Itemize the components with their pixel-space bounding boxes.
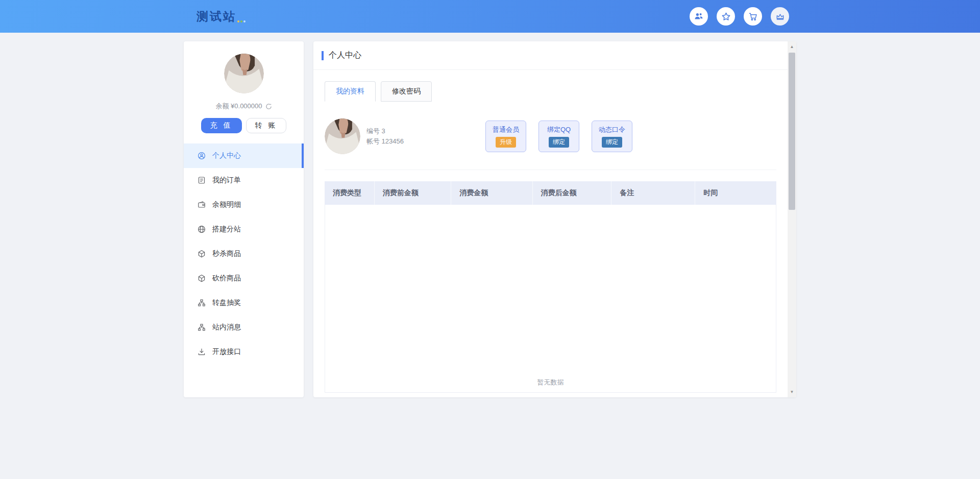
otp-card: 动态口令 绑定 [592,121,632,152]
transfer-button[interactable]: 转 账 [246,118,287,133]
col-consume-type: 消费类型 [325,181,374,205]
site-logo-text: 测试站 [197,9,236,25]
member-level-title: 普通会员 [493,125,519,134]
bind-qq-card: 绑定QQ 绑定 [538,121,579,152]
scrollbar-thumb[interactable] [789,53,795,210]
recharge-button[interactable]: 充 值 [201,118,242,133]
bind-card-group: 普通会员 升级 绑定QQ 绑定 动态口令 绑定 [485,121,632,152]
sitemap-icon [198,299,206,307]
sidebar: 余额 ¥0.000000 充 值 转 账 个人中心 [184,41,304,397]
col-before-amount: 消费前金额 [374,181,451,205]
cart-icon[interactable] [744,7,762,26]
site-logo[interactable]: 测试站 [197,9,246,25]
section-divider [325,170,776,170]
tab-my-profile[interactable]: 我的资料 [325,81,376,102]
sidebar-item-label: 转盘抽奖 [212,298,241,307]
profile-avatar[interactable] [325,118,360,154]
scroll-down-arrow[interactable]: ▼ [788,388,796,396]
sidebar-item-label: 开放接口 [212,347,241,356]
wallet-icon [198,201,206,209]
cube-icon [198,274,206,282]
globe-icon [198,225,206,233]
member-level-card: 普通会员 升级 [485,121,526,152]
vertical-scrollbar[interactable]: ▲ ▼ [788,41,796,397]
top-header: 测试站 [0,0,980,33]
sidebar-item-label: 砍价商品 [212,274,241,283]
cube-icon [198,250,206,258]
sidebar-item-label: 搭建分站 [212,225,241,234]
refresh-balance-icon[interactable] [265,103,272,110]
balance-text: 余额 ¥0.000000 [215,102,262,111]
main-panel: 个人中心 我的资料 修改密码 [313,41,796,397]
users-icon[interactable] [690,7,708,26]
sidebar-item-label: 个人中心 [212,151,241,160]
account-text: 帐号 123456 [366,136,404,147]
sidebar-item-balance-detail[interactable]: 余额明细 [184,193,304,217]
otp-title: 动态口令 [599,125,625,134]
profile-section: 编号 3 帐号 123456 普通会员 升级 绑定QQ 绑定 [325,118,776,154]
sidebar-item-flash-sale[interactable]: 秒杀商品 [184,242,304,266]
page-title-row: 个人中心 [313,41,788,70]
col-remark: 备注 [611,181,695,205]
sidebar-item-build-substation[interactable]: 搭建分站 [184,217,304,242]
user-id-text: 编号 3 [366,126,404,136]
user-circle-icon [198,152,206,160]
bind-qq-title: 绑定QQ [547,125,571,134]
tab-change-password[interactable]: 修改密码 [381,81,432,102]
sidebar-item-open-api[interactable]: 开放接口 [184,340,304,364]
sidebar-item-label: 秒杀商品 [212,249,241,258]
bind-otp-button[interactable]: 绑定 [602,137,622,148]
page-title: 个人中心 [329,50,361,61]
sidebar-item-lucky-wheel[interactable]: 转盘抽奖 [184,291,304,315]
sitemap-icon [198,323,206,331]
sidebar-item-label: 站内消息 [212,323,241,332]
sidebar-item-site-messages[interactable]: 站内消息 [184,315,304,340]
bind-qq-button[interactable]: 绑定 [549,137,569,148]
table-header-row: 消费类型 消费前金额 消费金额 消费后金额 备注 时间 [325,181,776,205]
col-after-amount: 消费后金额 [532,181,611,205]
empty-data-text: 暂无数据 [537,378,564,392]
tab-bar: 我的资料 修改密码 [325,81,776,102]
crown-icon[interactable] [771,7,789,26]
order-icon [198,176,206,184]
title-accent-bar [322,51,324,60]
logo-decoration-dots [237,20,246,22]
sidebar-item-my-orders[interactable]: 我的订单 [184,168,304,193]
header-icon-group [690,7,789,26]
sidebar-item-user-center[interactable]: 个人中心 [184,143,304,168]
sidebar-item-label: 余额明细 [212,200,241,209]
sidebar-item-bargain-goods[interactable]: 砍价商品 [184,266,304,291]
avatar[interactable] [224,54,264,93]
col-consume-amount: 消费金额 [451,181,532,205]
col-time: 时间 [695,181,776,205]
table-empty-area: 暂无数据 [325,205,776,393]
star-icon[interactable] [717,7,735,26]
consumption-table: 消费类型 消费前金额 消费金额 消费后金额 备注 时间 暂无数据 [325,181,776,393]
sidebar-menu: 个人中心 我的订单 余额明细 [184,143,304,364]
upgrade-button[interactable]: 升级 [496,137,516,148]
scroll-up-arrow[interactable]: ▲ [788,42,796,51]
sidebar-item-label: 我的订单 [212,176,241,185]
download-icon [198,348,206,356]
